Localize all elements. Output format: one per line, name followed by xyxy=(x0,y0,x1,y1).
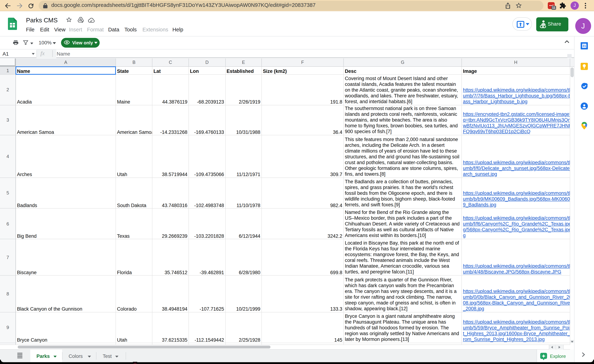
svg-text:31: 31 xyxy=(582,44,586,48)
